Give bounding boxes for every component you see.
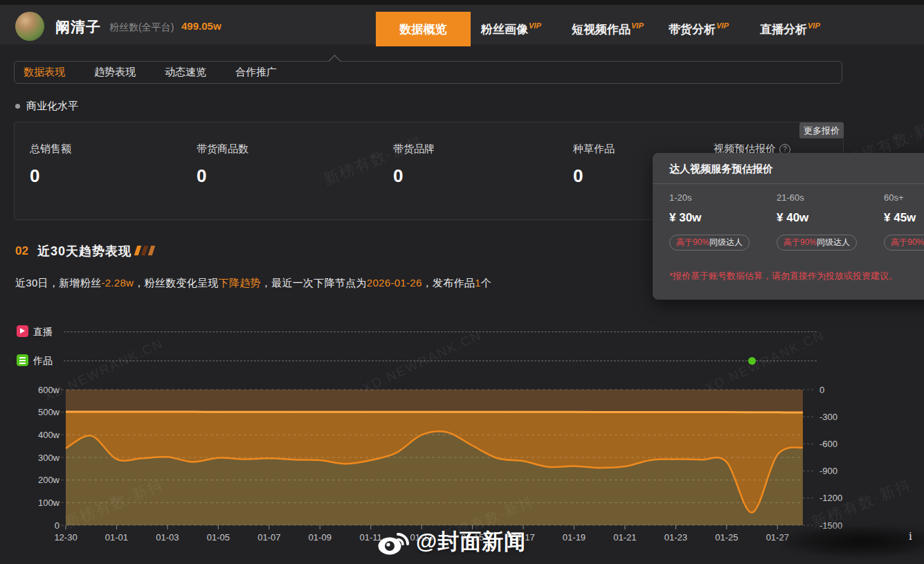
- works-label: 作品: [33, 355, 53, 367]
- avatar[interactable]: [15, 12, 44, 41]
- section-slash-icon: [136, 246, 154, 255]
- trend-description: 近30日，新增粉丝-2.28w，粉丝数变化呈现下降趋势，最近一次下降节点为202…: [15, 277, 491, 290]
- x-label-12: 01-23: [664, 532, 687, 543]
- left-axis-label-5: 100w: [38, 498, 60, 508]
- x-label-11: 01-21: [613, 532, 636, 543]
- info-mark: i: [909, 530, 912, 543]
- left-axis-label-6: 0: [55, 520, 60, 531]
- x-label-10: 01-19: [563, 532, 586, 543]
- tab-1[interactable]: 趋势表现: [94, 66, 136, 79]
- more-quotes-button[interactable]: 更多报价: [799, 122, 844, 138]
- right-axis-label-3: -900: [819, 466, 837, 476]
- x-label-3: 01-05: [207, 532, 230, 543]
- left-axis-label-1: 500w: [38, 407, 60, 417]
- tooltip-col-1: 21-60s¥ 40w高于90%同级达人: [777, 192, 880, 251]
- x-label-4: 01-07: [257, 532, 280, 543]
- works-document-icon: [17, 354, 28, 366]
- tab-2[interactable]: 动态速览: [165, 66, 206, 79]
- tab-0[interactable]: 数据表现: [24, 66, 65, 79]
- tooltip-divider: [653, 183, 924, 184]
- x-label-1: 01-01: [105, 532, 128, 543]
- credit-text: @封面新闻: [416, 527, 526, 556]
- x-label-5: 01-09: [309, 532, 332, 543]
- x-label-0: 12-30: [54, 532, 77, 543]
- live-video-icon: [17, 325, 28, 337]
- right-axis-label-0: 0: [819, 385, 824, 395]
- top-strip: [0, 0, 924, 5]
- trend-section-title: 近30天趋势表现: [37, 243, 132, 260]
- nav-item-3[interactable]: 带货分析VIP: [669, 21, 729, 37]
- app-root: 阚清子 粉丝数(全平台) 499.05w 数据概览粉丝画像VIP短视频作品VIP…: [0, 0, 924, 564]
- x-label-2: 01-03: [156, 532, 179, 543]
- sub-tabbar: 数据表现趋势表现动态速览合作推广: [14, 61, 842, 84]
- tooltip-col-2: 60s+¥ 45w高于90%同级达人: [884, 192, 924, 251]
- footer-credit: @封面新闻: [377, 525, 526, 559]
- price-tooltip: 达人视频服务预估报价 1-20s¥ 30w高于90%同级达人21-60s¥ 40…: [653, 153, 924, 300]
- left-axis-label-2: 400w: [38, 430, 60, 440]
- commerce-section-title: 商业化水平: [26, 100, 78, 113]
- header-bar: 阚清子 粉丝数(全平台) 499.05w 数据概览粉丝画像VIP短视频作品VIP…: [0, 5, 924, 44]
- tooltip-title: 达人视频服务预估报价: [669, 163, 773, 176]
- account-name: 阚清子: [55, 17, 101, 37]
- fans-count-value: 499.05w: [181, 20, 221, 32]
- metric-1: 带货商品数0: [197, 143, 248, 187]
- metric-3: 种草作品0: [573, 143, 615, 187]
- fans-line: [66, 412, 803, 412]
- x-label-13: 01-25: [715, 532, 738, 543]
- tooltip-col-0: 1-20s¥ 30w高于90%同级达人: [669, 192, 773, 251]
- trend-section-number: 02: [15, 244, 28, 258]
- right-axis-label-1: -300: [819, 412, 837, 422]
- metric-0: 总销售额0: [30, 143, 71, 187]
- nav-item-4[interactable]: 直播分析VIP: [760, 21, 820, 37]
- redaction-smudge: [782, 526, 924, 557]
- fans-count-label: 粉丝数(全平台): [109, 21, 174, 34]
- nav-item-2[interactable]: 短视频作品VIP: [572, 21, 644, 37]
- tooltip-note: *报价基于账号数据估算，请勿直接作为投放或投资建议。: [669, 270, 898, 282]
- weibo-icon: [377, 527, 410, 556]
- live-timeline-line: [64, 331, 817, 332]
- left-axis-label-4: 200w: [38, 475, 60, 485]
- section-bullet: [15, 104, 20, 109]
- right-axis-label-2: -600: [819, 439, 837, 449]
- live-label: 直播: [33, 326, 53, 338]
- tab-3[interactable]: 合作推广: [235, 66, 277, 79]
- nav-item-0[interactable]: 数据概览: [376, 12, 471, 46]
- left-axis-label-3: 300w: [38, 453, 60, 463]
- nav-item-1[interactable]: 粉丝画像VIP: [481, 21, 541, 37]
